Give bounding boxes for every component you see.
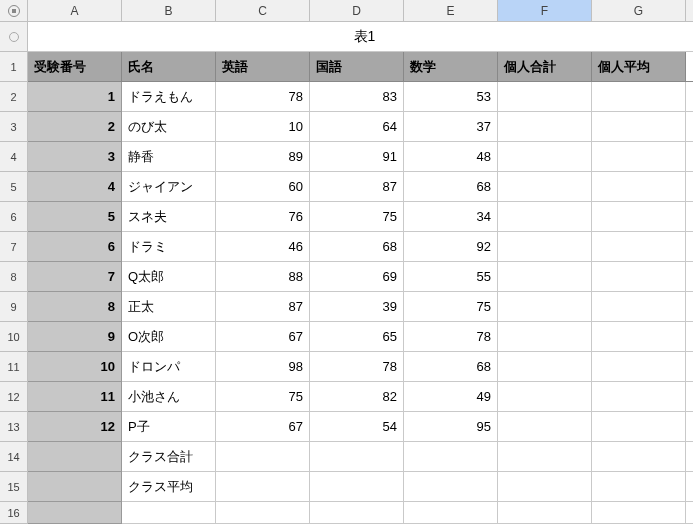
cell-exam-no[interactable]: 11 [28, 382, 122, 412]
header-english[interactable]: 英語 [216, 52, 310, 82]
cell-exam-no[interactable]: 5 [28, 202, 122, 232]
cell-personal-avg[interactable] [592, 202, 686, 232]
cell-english[interactable]: 87 [216, 292, 310, 322]
cell-name[interactable]: 正太 [122, 292, 216, 322]
cell-japanese[interactable]: 54 [310, 412, 404, 442]
row-header-13[interactable]: 13 [0, 412, 28, 442]
cell-english[interactable]: 60 [216, 172, 310, 202]
cell-japanese[interactable]: 82 [310, 382, 404, 412]
cell-english[interactable] [216, 472, 310, 502]
cell-personal-total[interactable] [498, 412, 592, 442]
cell-japanese[interactable]: 75 [310, 202, 404, 232]
col-header-E[interactable]: E [404, 0, 498, 22]
row-header-6[interactable]: 6 [0, 202, 28, 232]
row-header-4[interactable]: 4 [0, 142, 28, 172]
cell-personal-avg[interactable] [592, 142, 686, 172]
col-header-D[interactable]: D [310, 0, 404, 22]
cell-japanese[interactable]: 64 [310, 112, 404, 142]
cell-exam-no[interactable]: 7 [28, 262, 122, 292]
cell-math[interactable]: 75 [404, 292, 498, 322]
cell-japanese[interactable] [310, 502, 404, 524]
cell-personal-avg[interactable] [592, 352, 686, 382]
cell-exam-no[interactable]: 12 [28, 412, 122, 442]
header-japanese[interactable]: 国語 [310, 52, 404, 82]
cell-english[interactable]: 10 [216, 112, 310, 142]
cell-personal-total[interactable] [498, 142, 592, 172]
cell-name[interactable]: 静香 [122, 142, 216, 172]
cell-personal-avg[interactable] [592, 262, 686, 292]
table-title[interactable]: 表1 [28, 22, 693, 52]
cell-english[interactable] [216, 502, 310, 524]
cell-personal-avg[interactable] [592, 232, 686, 262]
header-personal-total[interactable]: 個人合計 [498, 52, 592, 82]
cell-exam-no[interactable] [28, 502, 122, 524]
row-header-1[interactable]: 1 [0, 52, 28, 82]
col-header-C[interactable]: C [216, 0, 310, 22]
cell-english[interactable]: 67 [216, 412, 310, 442]
cell-japanese[interactable]: 39 [310, 292, 404, 322]
row-header-12[interactable]: 12 [0, 382, 28, 412]
cell-math[interactable]: 37 [404, 112, 498, 142]
row-header-11[interactable]: 11 [0, 352, 28, 382]
cell-personal-total[interactable] [498, 322, 592, 352]
cell-class-avg-label[interactable]: クラス平均 [122, 472, 216, 502]
cell-math[interactable] [404, 442, 498, 472]
cell-name[interactable] [122, 502, 216, 524]
header-math[interactable]: 数学 [404, 52, 498, 82]
cell-name[interactable]: のび太 [122, 112, 216, 142]
row-header-16[interactable]: 16 [0, 502, 28, 524]
row-header-10[interactable]: 10 [0, 322, 28, 352]
cell-exam-no[interactable] [28, 442, 122, 472]
cell-personal-avg[interactable] [592, 502, 686, 524]
cell-personal-total[interactable] [498, 502, 592, 524]
cell-name[interactable]: ドロンパ [122, 352, 216, 382]
cell-english[interactable]: 78 [216, 82, 310, 112]
cell-exam-no[interactable]: 9 [28, 322, 122, 352]
cell-math[interactable]: 53 [404, 82, 498, 112]
cell-personal-total[interactable] [498, 442, 592, 472]
cell-exam-no[interactable]: 4 [28, 172, 122, 202]
row-header-15[interactable]: 15 [0, 472, 28, 502]
cell-name[interactable]: O次郎 [122, 322, 216, 352]
cell-name[interactable]: 小池さん [122, 382, 216, 412]
cell-math[interactable]: 68 [404, 352, 498, 382]
cell-english[interactable]: 89 [216, 142, 310, 172]
cell-english[interactable]: 88 [216, 262, 310, 292]
cell-math[interactable]: 34 [404, 202, 498, 232]
col-header-F[interactable]: F [498, 0, 592, 22]
cell-english[interactable]: 67 [216, 322, 310, 352]
cell-japanese[interactable]: 68 [310, 232, 404, 262]
cell-personal-total[interactable] [498, 352, 592, 382]
cell-name[interactable]: P子 [122, 412, 216, 442]
cell-name[interactable]: ジャイアン [122, 172, 216, 202]
select-all-corner[interactable] [0, 0, 28, 22]
col-header-B[interactable]: B [122, 0, 216, 22]
table-handle[interactable] [0, 22, 28, 52]
cell-name[interactable]: Q太郎 [122, 262, 216, 292]
cell-personal-total[interactable] [498, 82, 592, 112]
cell-exam-no[interactable]: 2 [28, 112, 122, 142]
cell-personal-avg[interactable] [592, 322, 686, 352]
cell-math[interactable] [404, 502, 498, 524]
col-header-A[interactable]: A [28, 0, 122, 22]
cell-name[interactable]: ドラミ [122, 232, 216, 262]
cell-english[interactable]: 46 [216, 232, 310, 262]
cell-math[interactable]: 55 [404, 262, 498, 292]
cell-english[interactable]: 76 [216, 202, 310, 232]
cell-english[interactable]: 98 [216, 352, 310, 382]
cell-exam-no[interactable]: 6 [28, 232, 122, 262]
cell-math[interactable]: 78 [404, 322, 498, 352]
cell-japanese[interactable] [310, 442, 404, 472]
cell-japanese[interactable]: 87 [310, 172, 404, 202]
cell-exam-no[interactable]: 8 [28, 292, 122, 322]
cell-personal-avg[interactable] [592, 382, 686, 412]
cell-math[interactable]: 92 [404, 232, 498, 262]
cell-personal-total[interactable] [498, 202, 592, 232]
header-exam-no[interactable]: 受験番号 [28, 52, 122, 82]
cell-exam-no[interactable] [28, 472, 122, 502]
cell-math[interactable] [404, 472, 498, 502]
cell-math[interactable]: 48 [404, 142, 498, 172]
cell-personal-total[interactable] [498, 112, 592, 142]
cell-personal-avg[interactable] [592, 412, 686, 442]
cell-personal-total[interactable] [498, 172, 592, 202]
